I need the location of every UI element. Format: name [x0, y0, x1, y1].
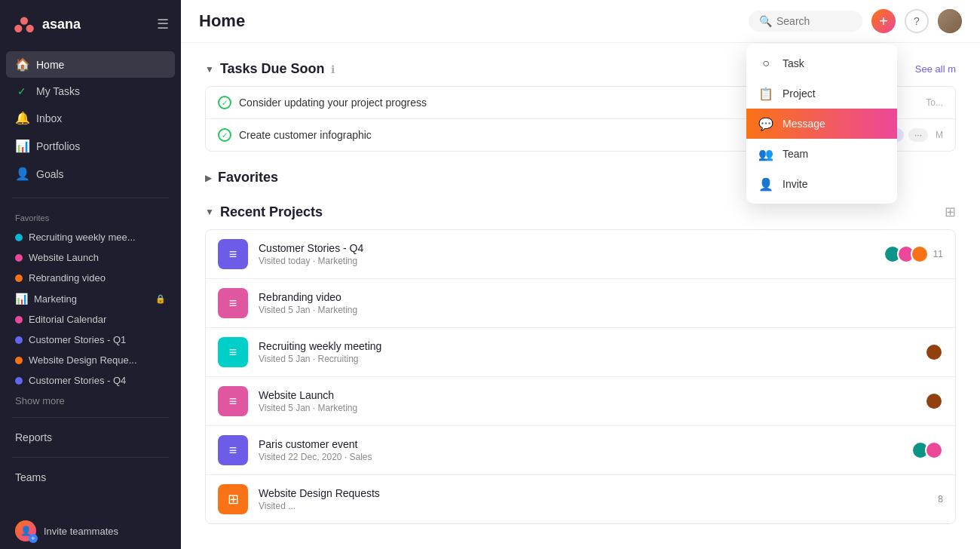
- hamburger-icon[interactable]: ☰: [157, 16, 169, 32]
- sidebar-item-my-tasks[interactable]: ✓ My Tasks: [6, 79, 175, 103]
- sidebar-item-reports[interactable]: Reports: [0, 424, 181, 451]
- project-name-3: Website Launch: [259, 389, 914, 401]
- project-icon-4: ≡: [218, 435, 248, 465]
- list-view-icon[interactable]: ⊞: [945, 204, 956, 220]
- invite-user-icon: 👤: [758, 176, 773, 192]
- dropdown-invite-label: Invite: [782, 178, 807, 190]
- fav-label-2: Rebranding video: [29, 272, 106, 284]
- dropdown-item-team[interactable]: 👥 Team: [746, 139, 897, 169]
- project-item-2[interactable]: ≡ Recruiting weekly meeting Visited 5 Ja…: [206, 328, 955, 377]
- fav-item-4[interactable]: Editorial Calendar: [6, 309, 175, 330]
- add-button[interactable]: +: [871, 9, 896, 33]
- sidebar-item-portfolios-label: Portfolios: [36, 140, 80, 152]
- fav-dot-2: [15, 274, 23, 282]
- project-icon-1: ≡: [218, 288, 248, 318]
- main-content: Home 🔍 + ? ○ Task 📋 Project 💬 Message: [181, 0, 980, 549]
- show-more-button[interactable]: Show more: [0, 391, 181, 411]
- app-name: asana: [42, 17, 81, 32]
- fav-item-0[interactable]: Recruiting weekly mee...: [6, 227, 175, 247]
- dropdown-item-task[interactable]: ○ Task: [746, 48, 897, 78]
- project-item-4[interactable]: ≡ Paris customer event Visited 22 Dec, 2…: [206, 426, 955, 475]
- dropdown-item-invite[interactable]: 👤 Invite: [746, 169, 897, 199]
- task-extra-0: To...: [926, 97, 943, 108]
- fav-item-3[interactable]: 📊 Marketing 🔒: [6, 288, 175, 309]
- fav-label-6: Website Design Reque...: [29, 354, 137, 366]
- invite-teammates-button[interactable]: 👤 + Invite teammates: [0, 513, 181, 549]
- fav-label-0: Recruiting weekly mee...: [29, 232, 136, 243]
- project-item-1[interactable]: ≡ Rebranding video Visited 5 Jan · Marke…: [206, 279, 955, 328]
- dropdown-item-message[interactable]: 💬 Message: [746, 109, 897, 139]
- sidebar-teams-label[interactable]: Teams: [0, 464, 181, 491]
- bell-icon: 🔔: [15, 111, 29, 125]
- search-box[interactable]: 🔍: [749, 11, 862, 32]
- tasks-chevron[interactable]: ▼: [205, 64, 214, 75]
- bar-chart-icon: 📊: [15, 293, 28, 305]
- project-icon: 📋: [758, 86, 773, 101]
- page-title: Home: [199, 11, 245, 31]
- tag-more: ···: [908, 128, 928, 142]
- dropdown-team-label: Team: [782, 148, 808, 160]
- search-input[interactable]: [776, 15, 852, 27]
- home-icon: 🏠: [15, 57, 29, 72]
- projects-section-header: ▼ Recent Projects ⊞: [205, 204, 956, 220]
- fav-dot-1: [15, 254, 23, 262]
- project-info-2: Recruiting weekly meeting Visited 5 Jan …: [259, 340, 914, 364]
- project-info-0: Customer Stories - Q4 Visited today · Ma…: [259, 242, 873, 266]
- fav-label-5: Customer Stories - Q1: [29, 334, 126, 345]
- project-info-1: Rebranding video Visited 5 Jan · Marketi…: [259, 291, 933, 315]
- sidebar-item-inbox-label: Inbox: [36, 112, 62, 124]
- project-avatar-count-0: 11: [933, 249, 943, 259]
- project-name-0: Customer Stories - Q4: [259, 242, 873, 254]
- project-avatars-0: 11: [884, 245, 943, 263]
- help-button[interactable]: ?: [905, 9, 929, 33]
- projects-chevron[interactable]: ▼: [205, 207, 214, 217]
- project-avatar-4-1: [925, 441, 943, 459]
- favorites-label: Favorites: [0, 204, 181, 227]
- dropdown-task-label: Task: [782, 57, 804, 69]
- fav-item-5[interactable]: Customer Stories - Q1: [6, 330, 175, 350]
- user-avatar[interactable]: [938, 9, 962, 33]
- fav-item-7[interactable]: Customer Stories - Q4: [6, 370, 175, 391]
- project-avatars-3: [925, 392, 943, 410]
- asana-logo[interactable]: asana: [12, 12, 81, 36]
- team-icon: 👥: [758, 146, 773, 161]
- project-icon-0: ≡: [218, 239, 248, 269]
- invite-teammates-label: Invite teammates: [44, 526, 118, 537]
- sidebar-item-home[interactable]: 🏠 Home: [6, 51, 175, 78]
- avatar-image: [938, 9, 962, 33]
- project-avatar-0-2: [911, 245, 929, 263]
- topbar-right: 🔍 + ?: [749, 9, 962, 33]
- fav-item-2[interactable]: Rebranding video: [6, 268, 175, 288]
- project-icon-3: ≡: [218, 386, 248, 416]
- project-info-4: Paris customer event Visited 22 Dec, 202…: [259, 438, 901, 462]
- project-info-5: Website Design Requests Visited ...: [259, 487, 923, 511]
- fav-item-1[interactable]: Website Launch: [6, 247, 175, 268]
- project-item-3[interactable]: ≡ Website Launch Visited 5 Jan · Marketi…: [206, 377, 955, 426]
- task-check-1[interactable]: [218, 128, 231, 142]
- project-avatars-4: [911, 441, 943, 459]
- project-icon-5: ⊞: [218, 484, 248, 514]
- check-icon: ✓: [15, 85, 29, 97]
- dropdown-message-label: Message: [782, 118, 825, 130]
- task-check-0[interactable]: [218, 96, 231, 109]
- sidebar-item-inbox[interactable]: 🔔 Inbox: [6, 105, 175, 131]
- fav-item-6[interactable]: Website Design Reque...: [6, 350, 175, 370]
- fav-dot-4: [15, 316, 23, 324]
- dropdown-item-project[interactable]: 📋 Project: [746, 78, 897, 109]
- dropdown-menu: ○ Task 📋 Project 💬 Message 👥 Team 👤 Invi…: [746, 44, 897, 204]
- project-item-5[interactable]: ⊞ Website Design Requests Visited ... 8: [206, 475, 955, 523]
- favorites-chevron[interactable]: ▶: [205, 173, 212, 183]
- divider-2: [12, 417, 169, 418]
- sidebar-item-portfolios[interactable]: 📊 Portfolios: [6, 133, 175, 159]
- project-list: ≡ Customer Stories - Q4 Visited today · …: [205, 229, 956, 524]
- project-meta-3: Visited 5 Jan · Marketing: [259, 403, 914, 413]
- project-item-0[interactable]: ≡ Customer Stories - Q4 Visited today · …: [206, 230, 955, 279]
- project-name-5: Website Design Requests: [259, 487, 923, 499]
- tasks-info-icon[interactable]: ℹ: [331, 63, 335, 75]
- project-meta-5: Visited ...: [259, 501, 923, 511]
- sidebar-item-goals[interactable]: 👤 Goals: [6, 161, 175, 187]
- projects-section-title: Recent Projects: [220, 204, 323, 220]
- fav-dot-7: [15, 377, 23, 385]
- see-all-link[interactable]: See all m: [915, 63, 956, 75]
- fav-label-3: Marketing: [34, 293, 77, 305]
